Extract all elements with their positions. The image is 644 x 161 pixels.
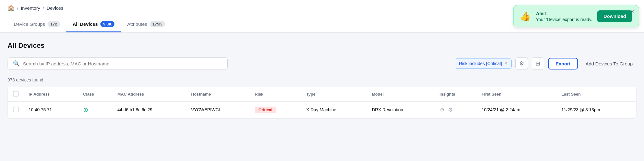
columns-toggle-btn[interactable]: ⊞ xyxy=(532,57,544,70)
tab-attributes[interactable]: Attributes 175K xyxy=(121,16,171,32)
alert-content: Alert Your 'Device' export is ready. xyxy=(536,11,592,22)
row-mac: 44:d6:b1:8c:6c:29 xyxy=(112,102,186,118)
alert-thumb-icon: 👍 xyxy=(520,11,531,21)
search-filter-row: 🔍 Risk includes [Critical] × ⚙ ⊞ Export … xyxy=(8,57,636,70)
alert-body: Your 'Device' export is ready. xyxy=(536,17,592,22)
row-model: DRX Revolution xyxy=(367,102,434,118)
filter-chip-label: Risk includes [Critical] xyxy=(459,61,502,66)
page-title: All Devices xyxy=(8,42,636,50)
search-icon: 🔍 xyxy=(13,60,20,67)
col-last-seen: Last Seen xyxy=(556,87,636,102)
home-icon[interactable]: 🏠 xyxy=(8,5,14,12)
row-checkbox[interactable] xyxy=(13,107,19,112)
row-insights: ⚙ ⚙ xyxy=(435,102,477,118)
row-hostname: VYCWEPIWCI xyxy=(186,102,250,118)
devices-table: IP Address Class MAC Address Hostname Ri… xyxy=(8,87,636,119)
filter-settings-btn[interactable]: ⚙ xyxy=(515,57,528,70)
col-class: Class xyxy=(78,87,112,102)
device-count: 973 devices found xyxy=(8,77,636,82)
row-checkbox-cell xyxy=(8,102,24,118)
class-medical-icon: ⊕ xyxy=(83,106,88,113)
row-last-seen: 11/29/23 @ 3:13pm xyxy=(556,102,636,118)
breadcrumb-sep1: / xyxy=(17,5,18,11)
tab-all-devices-label: All Devices xyxy=(73,21,98,27)
col-model: Model xyxy=(367,87,434,102)
row-type: X-Ray Machine xyxy=(301,102,367,118)
tab-device-groups-badge: 172 xyxy=(47,21,60,27)
table-header-row: IP Address Class MAC Address Hostname Ri… xyxy=(8,87,636,102)
tab-all-devices-badge: 9.3K xyxy=(100,21,114,27)
col-mac: MAC Address xyxy=(112,87,186,102)
col-checkbox xyxy=(8,87,24,102)
tab-all-devices[interactable]: All Devices 9.3K xyxy=(66,16,121,32)
col-risk: Risk xyxy=(250,87,301,102)
alert-toast: 👍 Alert Your 'Device' export is ready. D… xyxy=(513,5,639,27)
breadcrumb-devices: Devices xyxy=(47,5,63,11)
col-first-seen: First Seen xyxy=(476,87,556,102)
filter-chip: Risk includes [Critical] × xyxy=(455,58,511,69)
row-risk: Critical xyxy=(250,102,301,118)
filter-chip-close[interactable]: × xyxy=(504,61,507,66)
table-row[interactable]: 10.40.75.71 ⊕ 44:d6:b1:8c:6c:29 VYCWEPIW… xyxy=(8,102,636,118)
col-type: Type xyxy=(301,87,367,102)
col-ip: IP Address xyxy=(24,87,78,102)
filter-settings-icon: ⚙ xyxy=(519,60,524,67)
main-content: All Devices 🔍 Risk includes [Critical] ×… xyxy=(0,33,644,119)
risk-critical-badge: Critical xyxy=(255,107,276,113)
alert-close-button[interactable]: × xyxy=(631,8,634,14)
add-devices-to-group-button[interactable]: Add Devices To Group xyxy=(582,58,636,69)
tab-device-groups[interactable]: Device Groups 172 xyxy=(8,16,66,32)
breadcrumb-inventory[interactable]: Inventory xyxy=(21,5,40,11)
row-first-seen: 10/24/21 @ 2:24am xyxy=(476,102,556,118)
header-checkbox[interactable] xyxy=(13,91,19,97)
export-button[interactable]: Export xyxy=(548,58,578,69)
search-box[interactable]: 🔍 xyxy=(8,57,228,70)
tab-device-groups-label: Device Groups xyxy=(14,21,45,27)
row-ip: 10.40.75.71 xyxy=(24,102,78,118)
search-input[interactable] xyxy=(23,61,222,66)
insights-icon-1: ⚙ xyxy=(440,106,445,113)
tab-attributes-badge: 175K xyxy=(150,21,165,27)
breadcrumb-sep2: / xyxy=(43,5,44,11)
columns-icon: ⊞ xyxy=(536,60,540,67)
breadcrumb: 🏠 / Inventory / Devices xyxy=(8,5,63,12)
col-insights: Insights xyxy=(435,87,477,102)
alert-title: Alert xyxy=(536,11,592,16)
tab-attributes-label: Attributes xyxy=(127,21,147,27)
insights-icon-2: ⚙ xyxy=(448,106,453,113)
alert-download-button[interactable]: Download xyxy=(597,10,632,22)
insights-cell: ⚙ ⚙ xyxy=(440,106,472,113)
col-hostname: Hostname xyxy=(186,87,250,102)
row-class: ⊕ xyxy=(78,102,112,118)
